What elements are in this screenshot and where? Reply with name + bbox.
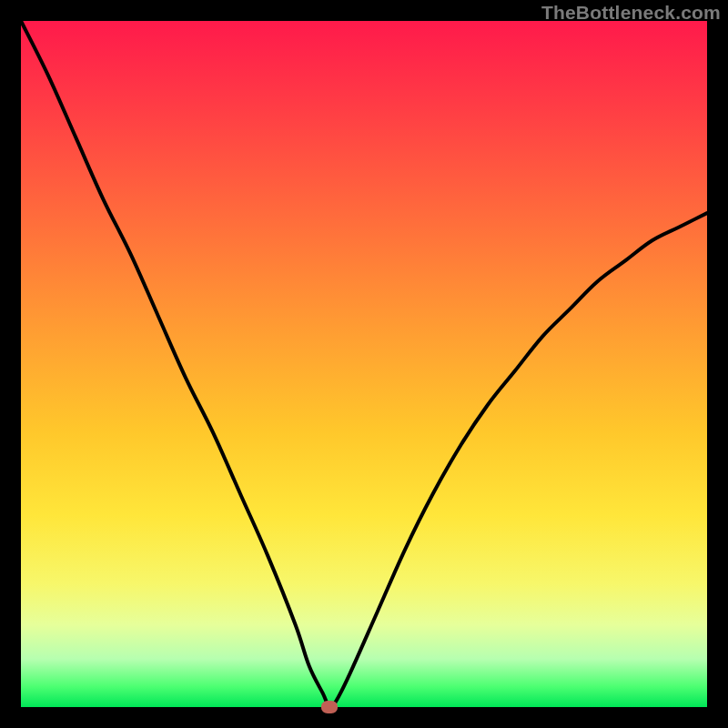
watermark-text: TheBottleneck.com xyxy=(541,2,721,24)
bottleneck-curve xyxy=(21,21,707,707)
chart-frame: TheBottleneck.com xyxy=(0,0,728,728)
plot-area xyxy=(21,21,707,707)
optimum-marker xyxy=(321,701,338,713)
